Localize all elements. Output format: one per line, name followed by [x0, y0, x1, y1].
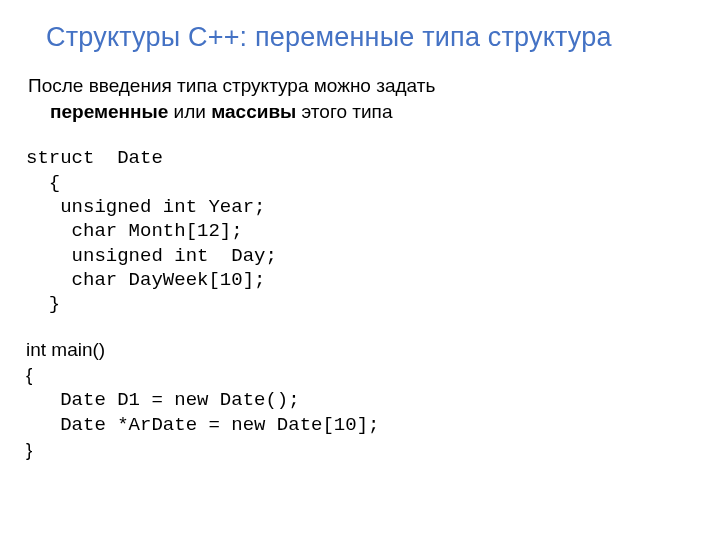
code2-line2: {	[26, 364, 32, 385]
code2-line1: int main()	[26, 339, 105, 360]
intro-text-1: После введения типа структура можно зада…	[28, 75, 435, 96]
code2-line5: }	[26, 439, 32, 460]
code2-line3: Date D1 = new Date();	[26, 389, 300, 411]
intro-text-3: этого типа	[296, 101, 392, 122]
intro-bold-2: массивы	[211, 101, 296, 122]
intro-text-2: или	[168, 101, 211, 122]
slide-title: Структуры С++: переменные типа структура	[46, 22, 694, 53]
code-block-struct: struct Date { unsigned int Year; char Mo…	[26, 146, 694, 316]
intro-bold-1: переменные	[50, 101, 168, 122]
intro-paragraph: После введения типа структура можно зада…	[26, 73, 694, 124]
code2-line4: Date *ArDate = new Date[10];	[26, 414, 379, 436]
code-block-main: int main() { Date D1 = new Date(); Date …	[26, 338, 694, 462]
